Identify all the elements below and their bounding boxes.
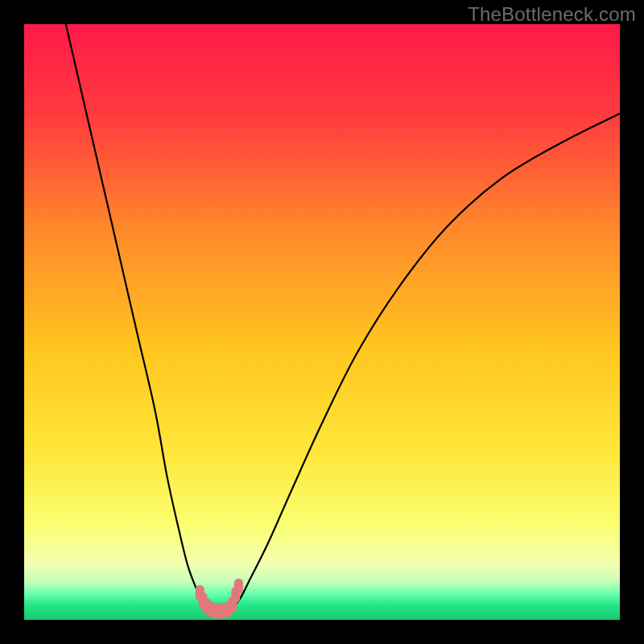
watermark-text: TheBottleneck.com (468, 3, 636, 26)
gradient-background (24, 24, 620, 620)
bottleneck-chart (24, 24, 620, 620)
chart-stage: TheBottleneck.com (0, 0, 644, 644)
plot-area (24, 24, 620, 620)
valley-marker (234, 579, 243, 595)
